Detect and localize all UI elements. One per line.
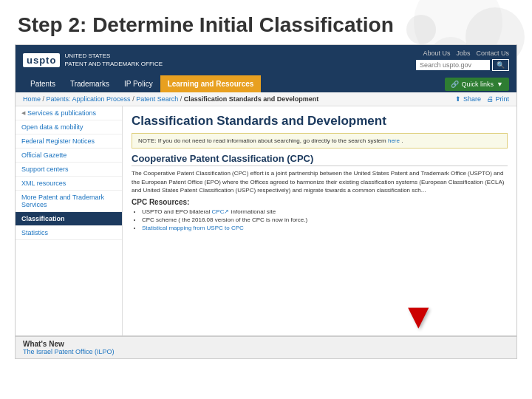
print-icon: 🖨	[487, 95, 494, 103]
chevron-down-icon: ▼	[497, 81, 503, 88]
breadcrumb-home[interactable]: Home	[23, 95, 41, 103]
page-main-title: Step 2: Determine Initial Classification	[0, 0, 532, 44]
content-area: Services & publications Open data & mobi…	[16, 106, 516, 335]
share-icon: ⬆	[455, 95, 461, 103]
breadcrumb-current: Classification Standards and Development	[184, 95, 319, 103]
cpc-resources-heading: CPC Resources:	[132, 198, 508, 206]
list-item: USPTO and EPO bilateral CPC↗ information…	[142, 208, 508, 215]
note-here-link[interactable]: here	[388, 137, 400, 144]
sidebar-item-support[interactable]: Support centers	[16, 163, 122, 177]
nav-item-learning[interactable]: Learning and Resources	[160, 75, 262, 92]
quick-links-button[interactable]: 🔗 Quick links ▼	[445, 78, 509, 91]
search-button[interactable]: 🔍	[492, 59, 509, 71]
cpc-section-heading: Cooperative Patent Classification (CPC)	[132, 153, 508, 166]
cpc-link-3[interactable]: Statistical mapping from USPC to CPC	[142, 225, 244, 231]
note-box: NOTE: If you do not need to read informa…	[132, 133, 508, 149]
website-mockup: uspto UNITED STATES PATENT AND TRADEMARK…	[15, 44, 517, 359]
red-arrow-icon: ▼	[400, 296, 436, 336]
sidebar-item-xml[interactable]: XML resources	[16, 177, 122, 191]
sidebar: Services & publications Open data & mobi…	[16, 106, 123, 335]
cpc-resources-list: USPTO and EPO bilateral CPC↗ information…	[132, 208, 508, 231]
sidebar-item-statistics[interactable]: Statistics	[16, 226, 122, 240]
whats-new-title: What's New	[23, 340, 509, 348]
search-bar: 🔍	[416, 59, 509, 71]
content-page-title: Classification Standards and Development	[132, 114, 508, 129]
breadcrumb-bar: Home / Patents: Application Process / Pa…	[16, 92, 516, 106]
share-button[interactable]: ⬆ Share	[455, 95, 481, 103]
sidebar-item-federal[interactable]: Federal Register Notices	[16, 134, 122, 149]
whats-new-item[interactable]: The Israel Patent Office (ILPO)	[23, 348, 509, 355]
contact-us-link[interactable]: Contact Us	[476, 50, 509, 57]
uspto-logo: uspto	[23, 53, 60, 67]
breadcrumb: Home / Patents: Application Process / Pa…	[23, 95, 318, 103]
uspto-logo-subtext: UNITED STATES PATENT AND TRADEMARK OFFIC…	[64, 52, 163, 68]
nav-item-patents[interactable]: Patents	[23, 75, 63, 92]
sidebar-item-classification[interactable]: Classification	[16, 212, 122, 226]
header-links: About Us Jobs Contact Us	[423, 50, 509, 57]
list-item: Statistical mapping from USPC to CPC	[142, 225, 508, 231]
main-content: Classification Standards and Development…	[123, 106, 516, 335]
cpc-link-1[interactable]: CPC↗	[212, 208, 230, 215]
about-us-link[interactable]: About Us	[423, 50, 450, 57]
uspto-header: uspto UNITED STATES PATENT AND TRADEMARK…	[16, 45, 516, 75]
search-input[interactable]	[416, 60, 490, 70]
nav-item-ip-policy[interactable]: IP Policy	[117, 75, 160, 92]
cpc-body-text: The Cooperative Patent Classification (C…	[132, 169, 508, 194]
link-icon: 🔗	[451, 81, 459, 88]
print-button[interactable]: 🖨 Print	[487, 95, 509, 103]
list-item: CPC scheme ( the 2016.08 version of the …	[142, 216, 508, 223]
breadcrumb-app-process[interactable]: Patents: Application Process	[47, 95, 131, 103]
sidebar-item-more-services[interactable]: More Patent and Trademark Services	[16, 191, 122, 212]
sidebar-item-open-data[interactable]: Open data & mobility	[16, 120, 122, 134]
header-right: About Us Jobs Contact Us 🔍	[416, 50, 509, 71]
breadcrumb-patent-search[interactable]: Patent Search	[136, 95, 178, 103]
sidebar-item-gazette[interactable]: Official Gazette	[16, 149, 122, 163]
nav-item-trademarks[interactable]: Trademarks	[63, 75, 117, 92]
nav-bar: Patents Trademarks IP Policy Learning an…	[16, 75, 516, 92]
whats-new-bar: What's New The Israel Patent Office (ILP…	[16, 335, 516, 358]
logo-area: uspto UNITED STATES PATENT AND TRADEMARK…	[23, 52, 163, 68]
nav-items: Patents Trademarks IP Policy Learning an…	[23, 75, 261, 92]
sidebar-item-services[interactable]: Services & publications	[16, 106, 122, 120]
breadcrumb-actions: ⬆ Share 🖨 Print	[455, 95, 509, 103]
jobs-link[interactable]: Jobs	[456, 50, 470, 57]
